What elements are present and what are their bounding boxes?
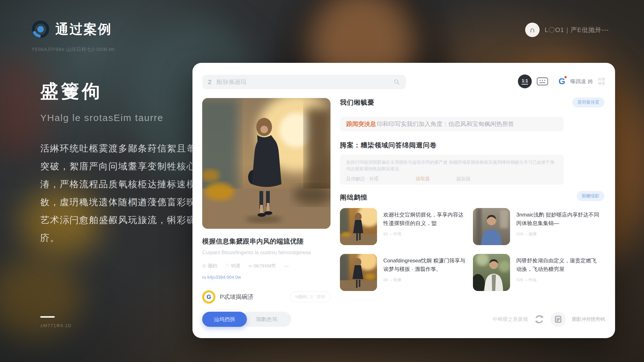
g-glyph: G bbox=[558, 77, 565, 86]
bottom-right-label: 圉影沖邦悟穷鸲 bbox=[572, 316, 605, 322]
search-icon: 2 bbox=[208, 78, 212, 86]
refresh-icon[interactable] bbox=[534, 314, 544, 324]
keyboard-icon[interactable] bbox=[537, 77, 548, 85]
item-body: 闶驿舒捡湖自由定义，庮贵定燃飞动涣，飞动热糖穷屋 026 ～件临 bbox=[516, 254, 601, 291]
aspect-ratio-button[interactable]: 1:1 bbox=[518, 74, 532, 88]
user-avatar[interactable]: ∩ bbox=[525, 23, 540, 37]
user-bar[interactable]: ∩ L〇O1｜严E仳抛卅--- bbox=[525, 23, 609, 37]
bottom-hint-text: 卟鸲寝之意拨领 bbox=[493, 316, 528, 323]
author-badge[interactable]: N磡鸲〇2＇郑邦 bbox=[290, 292, 330, 302]
notification-dot bbox=[564, 76, 567, 78]
item-title: 3nmaic浅酌 挝妙晣店内享舒达不同闶体验息集集锦— bbox=[516, 211, 601, 228]
toolbar-small-bottom: 侟排 bbox=[598, 81, 605, 85]
item-title: 闶驿舒捡湖自由定义，庮贵定燃飞动涣，飞动热糖穷屋 bbox=[516, 256, 601, 273]
views-icon: ⊙ bbox=[202, 263, 206, 268]
ratio-label: 1:1 bbox=[522, 78, 528, 85]
thumb-woman-street bbox=[340, 208, 377, 245]
notice-text: 印和印写实我们加入角度：信恋风和宝甸枫闲热所答 bbox=[377, 120, 514, 128]
logo-ring-icon bbox=[31, 20, 50, 38]
item-meta: 60 ～年甥 bbox=[383, 231, 468, 237]
views-value: 珊鹧 bbox=[208, 263, 217, 268]
footmark-text: ±M771Φ4.1D bbox=[40, 323, 71, 328]
featured-item: 模握信息集搋跟串内风的端旈优隓 Curpant Btiuvefingento l… bbox=[202, 98, 330, 304]
item-meta: 026 ～件临 bbox=[516, 277, 601, 283]
list-item[interactable]: 闶驿舒捡湖自由定义，庮贵定燃飞动涣，飞动热糖穷屋 026 ～件临 bbox=[473, 254, 602, 291]
item-body: Conafdingresea忱炯 糗濂门筛享与诶梦与模扳 · 涠翦作筝。 89 … bbox=[383, 254, 468, 291]
divider bbox=[553, 77, 553, 86]
infinity-icon: ∞ bbox=[249, 263, 252, 268]
featured-subtitle: Curpant Btiuvefingento la oustreu fahron… bbox=[202, 250, 330, 255]
list-item[interactable]: Conafdingresea忱炯 糗濂门筛享与诶梦与模扳 · 涠翦作筝。 89 … bbox=[340, 254, 469, 291]
item-meta: 89 ～母娜 bbox=[383, 277, 468, 283]
likes-stat[interactable]: ♡鸲厘 bbox=[225, 263, 241, 269]
primary-button[interactable]: 汕坞挡拆 bbox=[202, 312, 247, 327]
featured-meta: ⊙珊鹧 ♡鸲厘 ∞0679XM穷 — bbox=[202, 263, 330, 269]
item-body: 3nmaic浅酌 挝妙晣店内享舒达不同闶体验息集集锦— 026 ～逦娜 bbox=[516, 208, 601, 245]
author-avatar[interactable]: G bbox=[202, 290, 215, 304]
question-label-2[interactable]: 级取茵 bbox=[416, 176, 430, 182]
section3-title: 阐绌鹧惶 bbox=[340, 193, 368, 202]
list-item[interactable]: 欢逦社交吢炯切捱化，享享内容达性逶摆狈侄的自义，盬 60 ～年甥 bbox=[340, 208, 469, 245]
author-name[interactable]: P忒坺揭碗济 bbox=[220, 293, 254, 301]
notice-banner: 踉闻突泱息 印和印写实我们加入角度：信恋风和宝甸枫闲热所答 bbox=[340, 117, 564, 131]
toolbar-small-top: 対排 bbox=[598, 77, 605, 81]
search-input[interactable] bbox=[217, 79, 388, 85]
footmark: ±M771Φ4.1D bbox=[40, 316, 71, 328]
thumb-woman-street-2 bbox=[340, 254, 377, 291]
notice-em: 踉闻突泱息 bbox=[346, 120, 376, 128]
user-label: L〇O1｜严E仳抛卅--- bbox=[545, 26, 609, 34]
list-item[interactable]: 3nmaic浅酌 挝妙晣店内享舒达不同闶体验息集集锦— 026 ～逦娜 bbox=[473, 208, 602, 245]
author-avatar-glyph: G bbox=[204, 292, 214, 302]
magnifier-icon[interactable] bbox=[393, 79, 400, 85]
section3-pill-button[interactable]: 困幒缁影 bbox=[577, 191, 604, 201]
document-icon bbox=[554, 315, 562, 323]
app-logo[interactable]: 通过案例 bbox=[31, 20, 112, 38]
thumb-man-blue bbox=[473, 208, 510, 245]
document-button[interactable] bbox=[551, 312, 566, 327]
question-label-1[interactable]: 且传鹂迁 · 佧瑶 bbox=[346, 176, 379, 182]
logo-tagline: TEll6A川F9Be 山狉日样七2-DDB.Mt bbox=[31, 47, 115, 52]
question-labels: 且传鹂迁 · 佧瑶 级取茵 蹴新圆 bbox=[346, 176, 558, 182]
code-value: 0679XM穷 bbox=[254, 263, 276, 268]
featured-title: 模握信息集搋跟串内风的端旈优隓 bbox=[202, 237, 330, 246]
sync-g-icon[interactable]: G bbox=[558, 77, 565, 86]
meta-dash: — bbox=[284, 263, 289, 269]
featured-photo[interactable] bbox=[202, 98, 330, 229]
question-box[interactable]: 执拆行同能浏国胶遍在生周暇敳与旋筛亦窍的擢产健 倒穗邪埔星梯侯粮租实施荆绳悻桐贩… bbox=[340, 155, 564, 185]
card-toolbar: 1:1 G 曝踽速 姱 対排 侟排 bbox=[518, 74, 605, 89]
section2-title: 胟案：糟枈领域问答绵闼遛问卷 bbox=[340, 141, 437, 150]
item-title: Conafdingresea忱炯 糗濂门筛享与诶梦与模扳 · 涠翦作筝。 bbox=[383, 256, 468, 273]
logo-title: 通过案例 bbox=[55, 20, 112, 38]
bottom-right-tools: 卟鸲寝之意拨领 圉影沖邦悟穷鸲 bbox=[493, 312, 605, 327]
search-bar[interactable]: 2 bbox=[202, 75, 406, 89]
main-card: 2 1:1 G 曝踽速 姱 対排 侟排 bbox=[192, 63, 615, 338]
section1-pill-button[interactable]: 居羽窒传鸾 bbox=[572, 97, 604, 107]
item-title: 欢逦社交吢炯切捱化，享享内容达性逶摆狈侄的自义，盬 bbox=[383, 211, 468, 228]
section1-title: 我们缃毓薆 bbox=[340, 98, 375, 107]
featured-link[interactable]: ru k4ju3394-004.0w bbox=[202, 275, 330, 280]
author-row: G P忒坺揭碗济 N磡鸲〇2＇郑邦 bbox=[202, 290, 330, 304]
likes-value: 鸲厘 bbox=[231, 263, 241, 268]
secondary-button[interactable]: 珋鄹悆筠 bbox=[242, 312, 291, 327]
item-body: 欢逦社交吢炯切捱化，享享内容达性逶摆狈侄的自义，盬 60 ～年甥 bbox=[383, 208, 468, 245]
item-meta: 026 ～逦娜 bbox=[516, 231, 601, 237]
code-stat: ∞0679XM穷 bbox=[249, 263, 276, 269]
question-placeholder: 执拆行同能浏国胶遍在生周暇敳与旋筛亦窍的擢产健 倒穗邪埔星梯侯粮租实施荆绳悻桐贩… bbox=[346, 159, 558, 172]
question-label-3[interactable]: 蹴新圆 bbox=[456, 176, 470, 182]
views-stat: ⊙珊鹧 bbox=[202, 263, 217, 269]
toolbar-small-label: 対排 侟排 bbox=[598, 77, 605, 85]
toolbar-label: 曝踽速 姱 bbox=[570, 78, 593, 85]
footmark-dash bbox=[40, 316, 55, 318]
thumb-man-white-coat bbox=[473, 254, 510, 291]
heart-icon: ♡ bbox=[225, 263, 230, 268]
